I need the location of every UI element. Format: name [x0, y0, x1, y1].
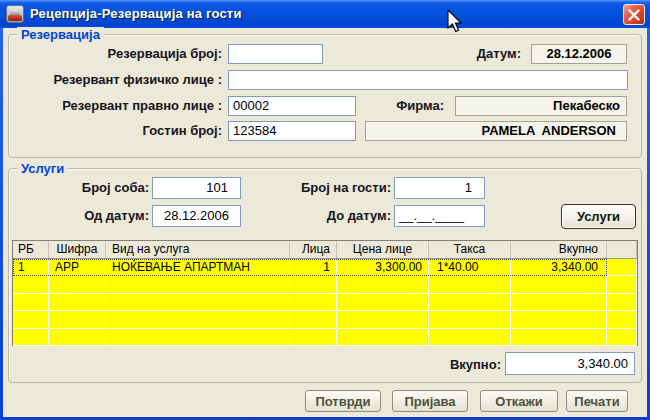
table-row-empty[interactable] — [13, 276, 637, 293]
total-label: Вкупно: — [383, 354, 501, 376]
row-selection-outline: 1 APP НОЌЕВАЊЕ АПАРТМАН 1 3,300.00 1*40.… — [13, 259, 607, 276]
services-group-title: Услуги — [17, 161, 68, 176]
confirm-button[interactable]: Потврди — [305, 390, 381, 412]
firm-field: Пекабеско — [455, 96, 627, 116]
total-input: 3,340.00 — [505, 352, 635, 375]
window-title: Рецепција-Резервација на гости — [30, 6, 242, 21]
res-number-input[interactable] — [228, 44, 323, 64]
title-bar[interactable]: Рецепција-Резервација на гости — [0, 0, 650, 28]
cell-service-type: НОЌЕВАЊЕ АПАРТМАН — [106, 259, 290, 276]
table-row-empty[interactable] — [13, 329, 637, 346]
physical-person-label: Резервант физичко лице : — [13, 70, 222, 90]
header-price-person: Цена лице — [337, 241, 429, 258]
room-number-label: Број соба: — [23, 177, 149, 199]
header-code: Шифра — [49, 241, 106, 258]
room-number-input[interactable]: 101 — [152, 177, 241, 199]
table-row-selected[interactable]: 1 APP НОЌЕВАЊЕ АПАРТМАН 1 3,300.00 1*40.… — [13, 259, 637, 276]
reservation-group-title: Резервација — [17, 27, 104, 42]
header-filler — [607, 241, 637, 258]
from-date-label: Од датум: — [23, 205, 149, 227]
checkin-button[interactable]: Пријава — [392, 390, 468, 412]
cell-code: APP — [49, 259, 106, 276]
close-icon — [628, 9, 640, 21]
services-table: РБ Шифра Вид на услуга Лица Цена лице Та… — [12, 240, 638, 346]
to-date-input[interactable]: __.__.____ — [394, 205, 485, 227]
cell-total: 3,340.00 — [511, 259, 607, 276]
guests-count-label: Број на гости: — [243, 177, 391, 199]
cell-filler — [607, 259, 637, 276]
from-date-input[interactable]: 28.12.2006 — [152, 205, 241, 227]
guests-count-input[interactable]: 1 — [394, 177, 485, 199]
close-button[interactable] — [623, 4, 645, 25]
cell-rb: 1 — [13, 259, 49, 276]
services-button[interactable]: Услуги — [561, 204, 636, 229]
reception-bell-icon — [6, 5, 24, 23]
print-button[interactable]: Печати — [566, 390, 628, 412]
header-rb: РБ — [13, 241, 49, 258]
table-row-empty[interactable] — [13, 294, 637, 311]
guest-number-input[interactable]: 123584 — [228, 121, 356, 141]
cell-tax: 1*40.00 — [429, 259, 511, 276]
reservation-dialog-window: Рецепција-Резервација на гости Резерваци… — [0, 0, 650, 420]
physical-person-input[interactable] — [228, 70, 628, 90]
table-row-empty[interactable] — [13, 311, 637, 328]
dialog-body: Резервација Резервација број: Датум: 28.… — [3, 28, 647, 417]
header-persons: Лица — [290, 241, 337, 258]
cell-persons: 1 — [290, 259, 337, 276]
cell-price-person: 3,300.00 — [337, 259, 429, 276]
header-tax: Такса — [429, 241, 511, 258]
res-number-label: Резервација број: — [13, 44, 222, 64]
firm-label: Фирма: — [343, 96, 444, 116]
legal-person-input[interactable]: 00002 — [228, 96, 356, 116]
header-service-type: Вид на услуга — [106, 241, 290, 258]
date-label: Датум: — [401, 44, 521, 64]
to-date-label: До датум: — [243, 205, 391, 227]
legal-person-label: Резервант правно лице : — [13, 96, 222, 116]
guest-number-label: Гостин број: — [13, 121, 222, 141]
header-total: Вкупно — [511, 241, 607, 258]
services-table-header: РБ Шифра Вид на услуга Лица Цена лице Та… — [13, 241, 637, 259]
guest-name-field: PAMELA ANDERSON — [365, 121, 627, 141]
cancel-button[interactable]: Откажи — [480, 390, 558, 412]
date-field: 28.12.2006 — [531, 44, 627, 64]
